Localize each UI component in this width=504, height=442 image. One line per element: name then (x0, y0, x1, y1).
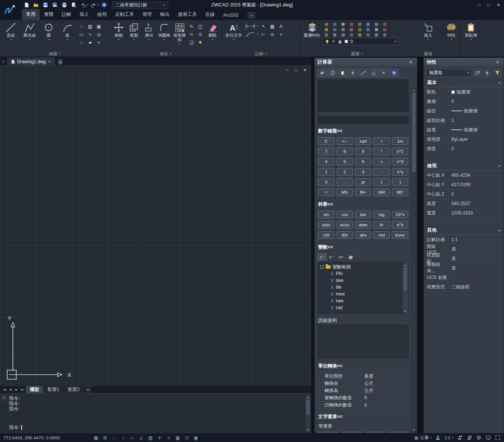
dim-style-icon[interactable]: ⊢ (260, 31, 267, 38)
property-value[interactable]: 0 (449, 97, 504, 106)
more-draw-tools-icon[interactable]: ▾ (95, 39, 103, 46)
viewport-minimize-icon[interactable]: ─ (286, 68, 289, 73)
scroll-down-icon[interactable]: ▼ (412, 428, 416, 432)
object-snap-tracking-icon[interactable]: ▭ (128, 434, 136, 441)
ribbon-tab-annotate[interactable]: 註解 (58, 9, 75, 20)
variables-scrollbar[interactable]: ▲ ▼ (403, 263, 408, 313)
calc-sci-key-sin[interactable]: sin (318, 211, 334, 218)
calculator-palette-titlebar[interactable]: 計算器 ✕ (315, 58, 417, 67)
calc-sci-key-ln[interactable]: ln (373, 221, 390, 229)
mirror-icon[interactable]: ◫ (197, 23, 204, 30)
calc-key-6[interactable]: 6 (355, 158, 371, 165)
property-value[interactable]: 1:1 (449, 235, 504, 244)
layer-lock-icon[interactable]: ▥ (356, 22, 364, 26)
annotation-visibility-icon[interactable] (457, 435, 463, 441)
delete-variable-icon[interactable]: x× (337, 254, 345, 260)
more-annotate-icon[interactable]: ▾ (277, 31, 285, 38)
calc-key-MR[interactable]: MR (373, 188, 390, 196)
layer-properties-button[interactable]: 圖層特性 (303, 22, 321, 39)
command-scrollbar[interactable]: ▲ ▼ (305, 394, 311, 433)
new-drawing-tab-icon[interactable] (56, 58, 65, 65)
new-layout-icon[interactable]: + (84, 386, 92, 393)
calc-sci-key-10^x[interactable]: 10^x (392, 211, 408, 218)
text-style-icon[interactable]: A (277, 23, 285, 30)
undo-icon[interactable] (79, 1, 87, 9)
calc-sci-key-log[interactable]: log (373, 211, 390, 218)
calc-key-7[interactable]: 7 (318, 148, 334, 155)
ellipse-icon[interactable]: ○ (78, 39, 85, 46)
calc-key-M+[interactable]: M+ (355, 188, 371, 196)
ribbon-tab-custom-tools[interactable]: 定制工具 (111, 9, 138, 20)
boundary-icon[interactable]: ▣ (95, 23, 103, 30)
panel-label-layers[interactable]: 圖層 (301, 51, 413, 57)
command-prompt[interactable]: 指令: (9, 424, 22, 431)
calc-key-1[interactable]: 1 (318, 168, 334, 176)
calc-key-([interactable]: ( (373, 178, 390, 186)
calc-key-x^y[interactable]: x^y (392, 168, 408, 176)
window-maximize-icon[interactable]: □ (487, 3, 490, 7)
property-row-ucs-per-viewport[interactable]: 每個視埠...是 (424, 263, 504, 273)
stretch-button[interactable]: 擠出 (142, 22, 156, 42)
layer-delete-icon[interactable]: ▥ (323, 32, 330, 37)
new-file-icon[interactable] (22, 1, 31, 9)
calc-textop-A-B[interactable]: A-B (342, 432, 361, 433)
transparency-icon[interactable]: ▩ (174, 434, 182, 441)
variable-item-rad[interactable]: Xrad (318, 304, 408, 311)
layer-off-icon[interactable]: ▤ (323, 22, 330, 26)
chevron-down-icon[interactable]: ▾ (498, 229, 500, 232)
lineweight-display-icon[interactable]: ≡ (165, 434, 173, 441)
tree-collapse-icon[interactable]: − (320, 265, 324, 269)
layer-merge-icon[interactable]: ▤ (381, 27, 389, 32)
layer-match-icon[interactable]: ▦ (323, 27, 330, 32)
ortho-icon[interactable]: ∟ (110, 434, 118, 441)
calc-sci-key-tan[interactable]: tan (355, 211, 371, 218)
offset-icon[interactable]: ≣ (197, 31, 204, 38)
property-row-color[interactable]: 顏色隨圖層 (424, 87, 504, 97)
layout-first-icon[interactable]: |◀ (2, 388, 7, 391)
ribbon-tab-output[interactable]: 輸出 (156, 9, 174, 20)
unit-row-value[interactable]: 公尺 (360, 387, 407, 394)
calc-key-MC[interactable]: MC (392, 188, 408, 196)
donut-icon[interactable]: ◎ (95, 31, 103, 38)
edit-variable-icon[interactable]: x⁻ (327, 254, 336, 260)
calc-key-MS[interactable]: MS (337, 188, 353, 196)
chevron-down-icon[interactable]: ▾ (498, 164, 500, 168)
layout-tab-layout1[interactable]: 配置1 (44, 386, 64, 393)
property-value[interactable]: 是 (449, 244, 504, 254)
rectangle-icon[interactable]: ▭ (78, 31, 85, 38)
calc-textop-A*B[interactable]: A*B (365, 432, 385, 433)
property-row-center-z[interactable]: 中心點 Z0 (424, 190, 504, 199)
window-close-icon[interactable]: ✕ (497, 3, 500, 8)
calc-key-C[interactable]: C (318, 137, 334, 145)
calc-key--[interactable]: - (373, 168, 390, 176)
layer-vp-thaw-icon[interactable]: ▦ (373, 27, 380, 32)
calc-key-+[interactable]: + (373, 158, 390, 165)
numpad-section-header[interactable]: 數字鍵盤<< (315, 123, 412, 137)
linear-dimension-button[interactable] (245, 23, 259, 30)
calc-key-pi[interactable]: pi (355, 178, 371, 186)
property-row-center-x[interactable]: 中心點 X485.4234 (424, 171, 504, 180)
clear-display-icon[interactable] (318, 69, 327, 77)
file-tab-list-icon[interactable]: ▾ (1, 58, 6, 65)
calc-key-0[interactable]: 0 (318, 178, 334, 186)
property-value[interactable]: 417.0199 (449, 180, 504, 189)
redo-icon[interactable] (89, 1, 98, 9)
property-value[interactable]: 隨圖層 (449, 87, 504, 96)
scroll-down-icon[interactable]: ▼ (403, 309, 407, 313)
property-value[interactable]: 1035.4333 (449, 209, 504, 218)
calc-key-8[interactable]: 8 (337, 148, 353, 155)
current-layer-dropdown[interactable]: ☀ 0 ▾ (323, 38, 398, 45)
property-value[interactable]: 485.4234 (449, 171, 504, 180)
layer-vp-freeze-icon[interactable]: ▥ (364, 27, 372, 32)
properties-palette-titlebar[interactable]: 特性 ✕ (424, 58, 504, 67)
scroll-up-icon[interactable]: ▲ (403, 263, 407, 267)
calculator-scrollbar[interactable]: ▲ ▼ (411, 87, 417, 433)
arc-button[interactable]: 弧 (59, 22, 76, 42)
clipboard-button[interactable]: 剪貼簿 (462, 22, 479, 42)
angle-of-line-icon[interactable] (369, 69, 378, 77)
scale-icon[interactable]: ◲ (188, 39, 195, 46)
print-preview-icon[interactable] (69, 1, 78, 9)
property-value[interactable]: 隨圖層 (449, 106, 504, 115)
drawing-canvas[interactable]: ─ □ ✕ Y X (0, 65, 311, 386)
copy-button[interactable]: 複製 (127, 22, 141, 42)
